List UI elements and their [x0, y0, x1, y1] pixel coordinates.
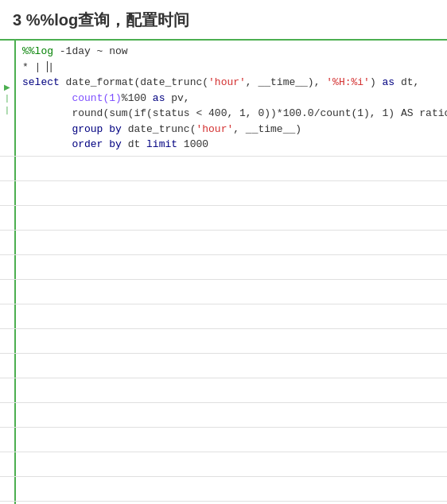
string-hour-2: 'hour': [196, 123, 233, 135]
cell-gutter-16: [0, 502, 16, 505]
cell-gutter-13: [0, 428, 16, 452]
empty-cell-11[interactable]: [0, 378, 447, 403]
code-text: date_trunc(: [122, 123, 196, 135]
cell-gutter-7: [0, 280, 16, 304]
run-controls: ▶ | |: [4, 80, 10, 115]
sql-limit: limit: [146, 138, 177, 150]
empty-cell-10[interactable]: [0, 354, 447, 378]
sql-group: group by: [22, 123, 122, 135]
code-text: 1000: [177, 138, 208, 150]
code-text: ): [370, 76, 383, 88]
empty-content-6[interactable]: [16, 255, 447, 279]
sql-as-2: as: [153, 92, 165, 104]
code-text: -1day ~ now: [53, 45, 128, 57]
empty-cell-15[interactable]: [0, 477, 447, 502]
page-title: 3 %%log查询，配置时间: [0, 0, 447, 41]
code-cell-1[interactable]: ▶ | | %%log -1day ~ now * | | select dat…: [0, 41, 447, 157]
empty-content-11[interactable]: [16, 378, 447, 402]
empty-content-8[interactable]: [16, 304, 447, 328]
cell-gutter-6: [0, 255, 16, 279]
empty-cell-14[interactable]: [0, 452, 447, 477]
sql-select: select: [22, 76, 60, 88]
code-text: %100: [122, 92, 153, 104]
func-count: count(1): [72, 92, 121, 104]
empty-content-7[interactable]: [16, 280, 447, 304]
code-text: , __time__): [233, 123, 301, 135]
string-format: '%H:%i': [326, 76, 370, 88]
empty-content-14[interactable]: [16, 452, 447, 476]
empty-content-9[interactable]: [16, 329, 447, 353]
code-text: , __time__),: [246, 76, 326, 88]
cell-gutter-8: [0, 304, 16, 328]
cell-gutter-11: [0, 378, 16, 402]
cell-gutter-14: [0, 452, 16, 476]
empty-content-13[interactable]: [16, 428, 447, 452]
run-arrow: ▶: [4, 83, 10, 91]
text-cursor: [47, 61, 48, 72]
code-text: pv,: [165, 92, 189, 104]
cell-code-content-1[interactable]: %%log -1day ~ now * | | select date_form…: [16, 41, 447, 156]
code-text: date_format(date_trunc(: [60, 76, 208, 88]
code-text: * | |: [22, 61, 54, 73]
empty-content-12[interactable]: [16, 403, 447, 427]
empty-cell-2[interactable]: [0, 157, 447, 181]
cell-gutter-1[interactable]: ▶ | |: [0, 41, 16, 156]
empty-cell-3[interactable]: [0, 181, 447, 206]
string-hour: 'hour': [208, 76, 246, 88]
code-text: [22, 92, 72, 104]
cell-gutter-2: [0, 157, 16, 180]
empty-content-16[interactable]: [16, 502, 447, 505]
magic-keyword: %%log: [22, 45, 53, 57]
empty-content-2[interactable]: [16, 157, 447, 180]
cell-gutter-5: [0, 231, 16, 254]
cell-gutter-3: [0, 181, 16, 205]
empty-content-3[interactable]: [16, 181, 447, 205]
empty-cell-8[interactable]: [0, 304, 447, 329]
empty-content-10[interactable]: [16, 354, 447, 378]
sql-order: order by: [22, 138, 122, 150]
empty-content-5[interactable]: [16, 231, 447, 254]
empty-cell-5[interactable]: [0, 231, 447, 255]
empty-cell-16[interactable]: [0, 502, 447, 505]
empty-cell-4[interactable]: [0, 206, 447, 231]
empty-cell-6[interactable]: [0, 255, 447, 280]
pipe-1: |: [6, 93, 9, 103]
empty-cell-12[interactable]: [0, 403, 447, 428]
empty-cell-7[interactable]: [0, 280, 447, 304]
pipe-2: |: [6, 105, 9, 115]
code-text: dt,: [395, 76, 419, 88]
cell-gutter-9: [0, 329, 16, 353]
empty-content-4[interactable]: [16, 206, 447, 230]
empty-cell-9[interactable]: [0, 329, 447, 354]
cell-gutter-15: [0, 477, 16, 501]
empty-content-15[interactable]: [16, 477, 447, 501]
code-text: round(sum(if(status < 400, 1, 0))*100.0/…: [22, 107, 447, 119]
cell-gutter-12: [0, 403, 16, 427]
cell-gutter-10: [0, 354, 16, 378]
code-text: dt: [122, 138, 146, 150]
empty-cell-13[interactable]: [0, 428, 447, 452]
cell-gutter-4: [0, 206, 16, 230]
sql-as: as: [383, 76, 395, 88]
notebook-area: ▶ | | %%log -1day ~ now * | | select dat…: [0, 41, 447, 504]
